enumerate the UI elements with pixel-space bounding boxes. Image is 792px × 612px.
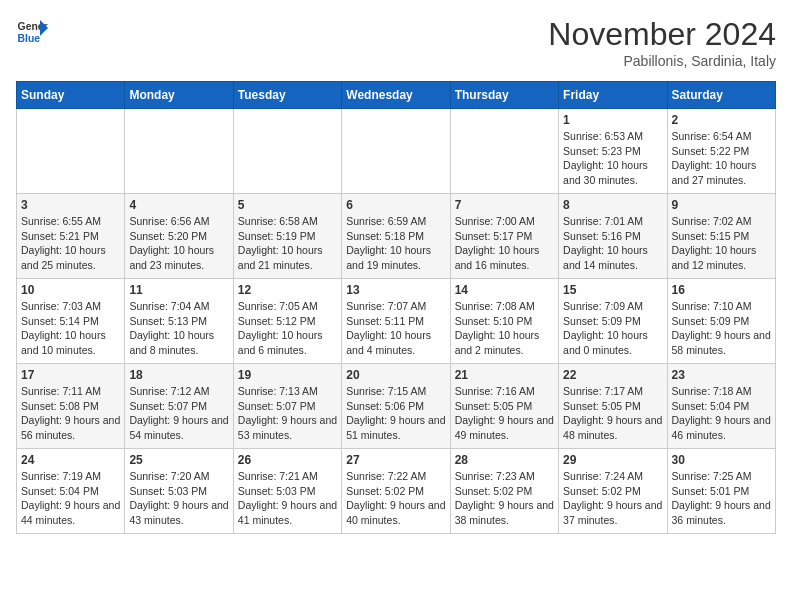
day-number: 4 — [129, 198, 228, 212]
day-of-week-header: Tuesday — [233, 82, 341, 109]
title-block: November 2024 Pabillonis, Sardinia, Ital… — [548, 16, 776, 69]
day-number: 13 — [346, 283, 445, 297]
day-number: 10 — [21, 283, 120, 297]
calendar-cell: 7Sunrise: 7:00 AM Sunset: 5:17 PM Daylig… — [450, 194, 558, 279]
calendar-cell: 13Sunrise: 7:07 AM Sunset: 5:11 PM Dayli… — [342, 279, 450, 364]
day-number: 18 — [129, 368, 228, 382]
day-info: Sunrise: 7:15 AM Sunset: 5:06 PM Dayligh… — [346, 384, 445, 443]
calendar-body: 1Sunrise: 6:53 AM Sunset: 5:23 PM Daylig… — [17, 109, 776, 534]
day-info: Sunrise: 6:54 AM Sunset: 5:22 PM Dayligh… — [672, 129, 771, 188]
day-number: 5 — [238, 198, 337, 212]
month-year-title: November 2024 — [548, 16, 776, 53]
day-number: 9 — [672, 198, 771, 212]
day-info: Sunrise: 6:55 AM Sunset: 5:21 PM Dayligh… — [21, 214, 120, 273]
day-info: Sunrise: 7:21 AM Sunset: 5:03 PM Dayligh… — [238, 469, 337, 528]
day-number: 19 — [238, 368, 337, 382]
day-info: Sunrise: 7:12 AM Sunset: 5:07 PM Dayligh… — [129, 384, 228, 443]
page-header: General Blue November 2024 Pabillonis, S… — [16, 16, 776, 69]
calendar-cell: 28Sunrise: 7:23 AM Sunset: 5:02 PM Dayli… — [450, 449, 558, 534]
day-number: 16 — [672, 283, 771, 297]
calendar-cell — [450, 109, 558, 194]
calendar-cell: 25Sunrise: 7:20 AM Sunset: 5:03 PM Dayli… — [125, 449, 233, 534]
day-info: Sunrise: 7:09 AM Sunset: 5:09 PM Dayligh… — [563, 299, 662, 358]
logo: General Blue — [16, 16, 48, 48]
calendar-cell: 26Sunrise: 7:21 AM Sunset: 5:03 PM Dayli… — [233, 449, 341, 534]
day-number: 29 — [563, 453, 662, 467]
day-info: Sunrise: 6:56 AM Sunset: 5:20 PM Dayligh… — [129, 214, 228, 273]
day-info: Sunrise: 7:17 AM Sunset: 5:05 PM Dayligh… — [563, 384, 662, 443]
day-info: Sunrise: 7:11 AM Sunset: 5:08 PM Dayligh… — [21, 384, 120, 443]
day-number: 8 — [563, 198, 662, 212]
calendar-cell: 29Sunrise: 7:24 AM Sunset: 5:02 PM Dayli… — [559, 449, 667, 534]
calendar-week-row: 1Sunrise: 6:53 AM Sunset: 5:23 PM Daylig… — [17, 109, 776, 194]
calendar-cell: 11Sunrise: 7:04 AM Sunset: 5:13 PM Dayli… — [125, 279, 233, 364]
day-of-week-header: Monday — [125, 82, 233, 109]
day-info: Sunrise: 7:25 AM Sunset: 5:01 PM Dayligh… — [672, 469, 771, 528]
calendar-cell: 12Sunrise: 7:05 AM Sunset: 5:12 PM Dayli… — [233, 279, 341, 364]
calendar-cell — [17, 109, 125, 194]
calendar-cell: 22Sunrise: 7:17 AM Sunset: 5:05 PM Dayli… — [559, 364, 667, 449]
svg-text:Blue: Blue — [18, 33, 41, 44]
calendar-week-row: 17Sunrise: 7:11 AM Sunset: 5:08 PM Dayli… — [17, 364, 776, 449]
calendar-cell: 17Sunrise: 7:11 AM Sunset: 5:08 PM Dayli… — [17, 364, 125, 449]
header-row: SundayMondayTuesdayWednesdayThursdayFrid… — [17, 82, 776, 109]
day-of-week-header: Thursday — [450, 82, 558, 109]
day-info: Sunrise: 6:58 AM Sunset: 5:19 PM Dayligh… — [238, 214, 337, 273]
calendar-cell: 3Sunrise: 6:55 AM Sunset: 5:21 PM Daylig… — [17, 194, 125, 279]
day-info: Sunrise: 7:20 AM Sunset: 5:03 PM Dayligh… — [129, 469, 228, 528]
day-number: 21 — [455, 368, 554, 382]
calendar-cell: 4Sunrise: 6:56 AM Sunset: 5:20 PM Daylig… — [125, 194, 233, 279]
day-number: 30 — [672, 453, 771, 467]
day-info: Sunrise: 7:05 AM Sunset: 5:12 PM Dayligh… — [238, 299, 337, 358]
calendar-cell: 20Sunrise: 7:15 AM Sunset: 5:06 PM Dayli… — [342, 364, 450, 449]
calendar-cell — [125, 109, 233, 194]
calendar-cell: 14Sunrise: 7:08 AM Sunset: 5:10 PM Dayli… — [450, 279, 558, 364]
calendar-cell: 23Sunrise: 7:18 AM Sunset: 5:04 PM Dayli… — [667, 364, 775, 449]
day-number: 1 — [563, 113, 662, 127]
calendar-cell: 2Sunrise: 6:54 AM Sunset: 5:22 PM Daylig… — [667, 109, 775, 194]
calendar-cell — [342, 109, 450, 194]
day-info: Sunrise: 7:01 AM Sunset: 5:16 PM Dayligh… — [563, 214, 662, 273]
day-of-week-header: Sunday — [17, 82, 125, 109]
calendar-cell: 15Sunrise: 7:09 AM Sunset: 5:09 PM Dayli… — [559, 279, 667, 364]
day-info: Sunrise: 7:22 AM Sunset: 5:02 PM Dayligh… — [346, 469, 445, 528]
logo-icon: General Blue — [16, 16, 48, 48]
day-number: 28 — [455, 453, 554, 467]
day-info: Sunrise: 7:02 AM Sunset: 5:15 PM Dayligh… — [672, 214, 771, 273]
day-number: 7 — [455, 198, 554, 212]
calendar-week-row: 3Sunrise: 6:55 AM Sunset: 5:21 PM Daylig… — [17, 194, 776, 279]
day-info: Sunrise: 7:03 AM Sunset: 5:14 PM Dayligh… — [21, 299, 120, 358]
calendar-cell: 1Sunrise: 6:53 AM Sunset: 5:23 PM Daylig… — [559, 109, 667, 194]
calendar-cell: 6Sunrise: 6:59 AM Sunset: 5:18 PM Daylig… — [342, 194, 450, 279]
calendar-cell: 27Sunrise: 7:22 AM Sunset: 5:02 PM Dayli… — [342, 449, 450, 534]
day-number: 24 — [21, 453, 120, 467]
day-number: 20 — [346, 368, 445, 382]
day-number: 2 — [672, 113, 771, 127]
day-number: 27 — [346, 453, 445, 467]
calendar-week-row: 10Sunrise: 7:03 AM Sunset: 5:14 PM Dayli… — [17, 279, 776, 364]
day-info: Sunrise: 7:08 AM Sunset: 5:10 PM Dayligh… — [455, 299, 554, 358]
calendar-cell: 24Sunrise: 7:19 AM Sunset: 5:04 PM Dayli… — [17, 449, 125, 534]
calendar-week-row: 24Sunrise: 7:19 AM Sunset: 5:04 PM Dayli… — [17, 449, 776, 534]
day-info: Sunrise: 7:00 AM Sunset: 5:17 PM Dayligh… — [455, 214, 554, 273]
day-of-week-header: Friday — [559, 82, 667, 109]
day-info: Sunrise: 7:18 AM Sunset: 5:04 PM Dayligh… — [672, 384, 771, 443]
calendar-cell: 30Sunrise: 7:25 AM Sunset: 5:01 PM Dayli… — [667, 449, 775, 534]
day-number: 14 — [455, 283, 554, 297]
calendar-cell: 21Sunrise: 7:16 AM Sunset: 5:05 PM Dayli… — [450, 364, 558, 449]
day-of-week-header: Wednesday — [342, 82, 450, 109]
day-info: Sunrise: 6:59 AM Sunset: 5:18 PM Dayligh… — [346, 214, 445, 273]
day-info: Sunrise: 7:16 AM Sunset: 5:05 PM Dayligh… — [455, 384, 554, 443]
calendar-cell: 10Sunrise: 7:03 AM Sunset: 5:14 PM Dayli… — [17, 279, 125, 364]
day-info: Sunrise: 7:19 AM Sunset: 5:04 PM Dayligh… — [21, 469, 120, 528]
calendar-table: SundayMondayTuesdayWednesdayThursdayFrid… — [16, 81, 776, 534]
day-number: 26 — [238, 453, 337, 467]
calendar-cell: 9Sunrise: 7:02 AM Sunset: 5:15 PM Daylig… — [667, 194, 775, 279]
day-number: 22 — [563, 368, 662, 382]
day-number: 12 — [238, 283, 337, 297]
day-info: Sunrise: 7:23 AM Sunset: 5:02 PM Dayligh… — [455, 469, 554, 528]
day-number: 3 — [21, 198, 120, 212]
day-info: Sunrise: 7:07 AM Sunset: 5:11 PM Dayligh… — [346, 299, 445, 358]
location-subtitle: Pabillonis, Sardinia, Italy — [548, 53, 776, 69]
day-of-week-header: Saturday — [667, 82, 775, 109]
